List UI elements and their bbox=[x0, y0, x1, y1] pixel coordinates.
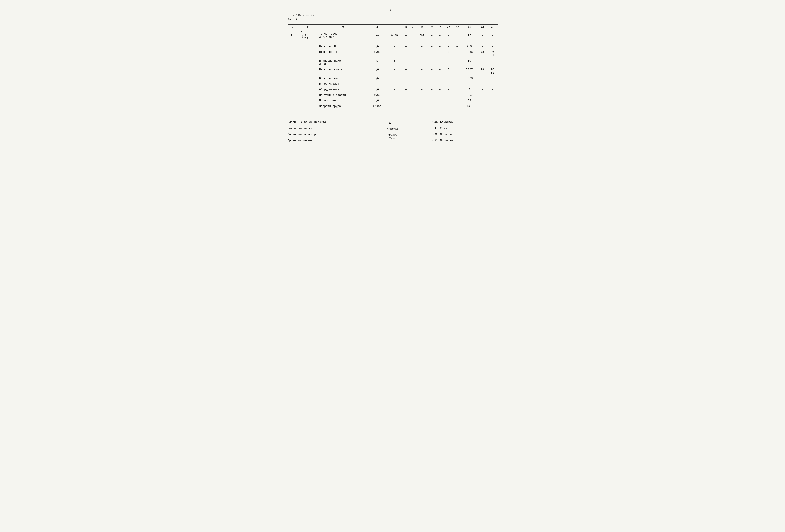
sig-role-3: Составила инженер bbox=[287, 131, 358, 137]
sig-signatures: Б— с Машева ЛюмерЛюмс bbox=[357, 119, 428, 144]
summary-row-0: Итого по П: руб. – – – – – – – 959 – – bbox=[287, 43, 498, 49]
summary-label-0: Итого по П: bbox=[318, 43, 368, 49]
table-header-row: I 2 3 4 5 6 7 8 9 IO II I2 I3 I4 I5 bbox=[287, 25, 498, 30]
summary-row-9: Затраты труда ч/час – – – – – I4I – – bbox=[287, 103, 498, 108]
row-col13: II bbox=[461, 30, 477, 41]
sig-name-2: Е.Г. Хомяк bbox=[432, 125, 498, 132]
sig-graphic-3: ЛюмерЛюмс bbox=[357, 133, 428, 140]
row-ref: –"– стр.60 п.1091 bbox=[298, 30, 318, 41]
table-row: 44 –"– стр.60 п.1091 То же, сеч. 3х2,5 м… bbox=[287, 30, 498, 41]
row-col14: – bbox=[477, 30, 487, 41]
row-col5: 0,06 bbox=[387, 30, 403, 41]
sig-role-2: Начальник отдела bbox=[287, 125, 358, 132]
summary-label-4: Всего по смето bbox=[318, 75, 368, 81]
summary-label-7: Монтажные работы bbox=[318, 92, 368, 97]
summary-row-4: Всего по смето руб. – – – – – – I370 – – bbox=[287, 75, 498, 81]
signatures-block: Главный инженер проекта Начальник отдела… bbox=[287, 119, 498, 144]
sig-name-4: Н.С. Митякова bbox=[432, 137, 498, 144]
row-col6: – bbox=[402, 30, 409, 41]
row-col8: I9I bbox=[415, 30, 428, 41]
col-header-9: 9 bbox=[428, 25, 436, 30]
row-col4: км bbox=[368, 30, 386, 41]
col-header-4: 4 bbox=[368, 25, 386, 30]
summary-label-6: Оборудование bbox=[318, 86, 368, 92]
row-col9: – bbox=[428, 30, 436, 41]
sig-graphic-2: Машева bbox=[357, 127, 428, 131]
summary-label-2: Плановые накоп- ления bbox=[318, 57, 368, 66]
sig-roles: Главный инженер проекта Начальник отдела… bbox=[287, 119, 358, 144]
row-col15: – bbox=[487, 30, 498, 41]
sig-names: Л.И. Блувштейн Е.Г. Хомяк В.М. Молчанова… bbox=[428, 119, 498, 144]
col-header-10: IO bbox=[435, 25, 444, 30]
summary-label-3: Итого по смете bbox=[318, 66, 368, 75]
summary-row-6: Оборудование руб. – – – – – – 3 – – bbox=[287, 86, 498, 92]
col-header-3: 3 bbox=[318, 25, 368, 30]
summary-row-1: Итого по I+П: руб. – – – – – 3 I266 78 9… bbox=[287, 49, 498, 57]
col-header-12: I2 bbox=[453, 25, 461, 30]
col-header-8: 8 bbox=[415, 25, 428, 30]
row-col7 bbox=[409, 30, 415, 41]
summary-row-3: Итого по смете руб. – – – – – 3 I367 78 … bbox=[287, 66, 498, 75]
row-col10: – bbox=[435, 30, 444, 41]
row-number: 44 bbox=[287, 30, 298, 41]
col-header-14: I4 bbox=[477, 25, 487, 30]
row-col12 bbox=[453, 30, 461, 41]
col-header-7: 7 bbox=[409, 25, 415, 30]
summary-row-5: В том числе: bbox=[287, 81, 498, 86]
row-col11: – bbox=[444, 30, 453, 41]
summary-row-7: Монтажные работы руб. – – – – – – I367 –… bbox=[287, 92, 498, 97]
sig-name-3: В.М. Молчанова bbox=[432, 131, 498, 137]
summary-label-5: В том числе: bbox=[318, 81, 368, 86]
summary-label-8: Машино–смены: bbox=[318, 97, 368, 103]
col-header-2: 2 bbox=[298, 25, 318, 30]
sig-graphic-1: Б— с bbox=[357, 121, 428, 125]
col-header-5: 5 bbox=[387, 25, 403, 30]
main-table: I 2 3 4 5 6 7 8 9 IO II I2 I3 I4 I5 44 –… bbox=[287, 24, 498, 108]
doc-ref: Т.П. 4I6-9-33.87 Ал. IX bbox=[287, 13, 498, 21]
sig-name-1: Л.И. Блувштейн bbox=[432, 119, 498, 125]
sig-role-1: Главный инженер проекта bbox=[287, 119, 358, 125]
col-header-1: I bbox=[287, 25, 298, 30]
col-header-6: 6 bbox=[402, 25, 409, 30]
summary-label-9: Затраты труда bbox=[318, 103, 368, 108]
sig-role-4: Проверил инженер bbox=[287, 137, 358, 144]
page-number: 166 bbox=[287, 8, 498, 12]
summary-row-2: Плановые накоп- ления % 8 – – – – – IO –… bbox=[287, 57, 498, 66]
summary-row-8: Машино–смены: руб. – – – – – – 65 – – bbox=[287, 97, 498, 103]
col-header-13: I3 bbox=[461, 25, 477, 30]
row-description: То же, сеч. 3х2,5 мм2 bbox=[318, 30, 368, 41]
summary-label-1: Итого по I+П: bbox=[318, 49, 368, 57]
col-header-11: II bbox=[444, 25, 453, 30]
col-header-15: I5 bbox=[487, 25, 498, 30]
